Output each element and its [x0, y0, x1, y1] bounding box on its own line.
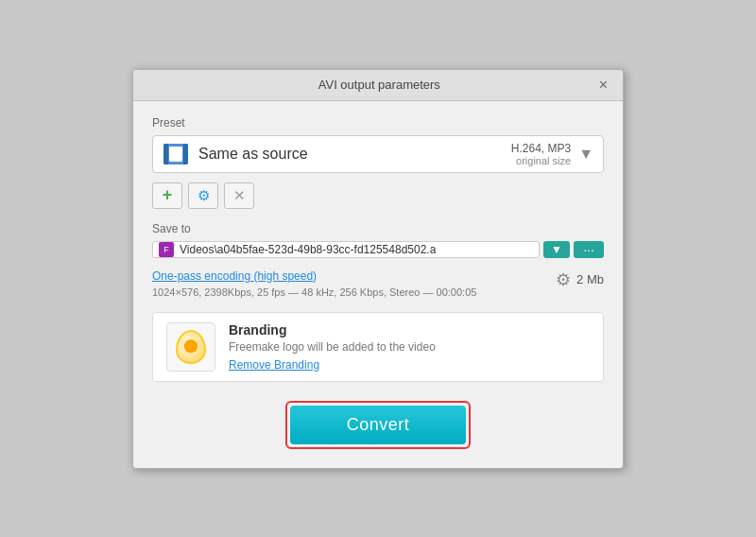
add-preset-button[interactable]: +: [152, 182, 182, 209]
encoding-details: 1024×576, 2398Kbps, 25 fps — 48 kHz, 256…: [152, 286, 476, 298]
save-dropdown-button[interactable]: ▼: [543, 241, 570, 258]
convert-section: Convert: [152, 401, 604, 449]
remove-preset-button[interactable]: ✕: [224, 182, 254, 209]
folder-icon: F: [163, 245, 169, 254]
convert-button-outer: Convert: [285, 401, 472, 449]
encoding-section: One-pass encoding (high speed) 1024×576,…: [152, 269, 604, 299]
save-row: F Videos\a04b5fae-523d-49b8-93cc-fd12554…: [152, 241, 604, 258]
preset-dropdown[interactable]: Same as source H.264, MP3 original size …: [152, 135, 604, 173]
branding-text: Branding Freemake logo will be added to …: [229, 322, 590, 372]
preset-info: H.264, MP3 original size: [511, 142, 571, 166]
preset-toolbar: + ⚙ ✕: [152, 182, 604, 209]
preset-label: Preset: [152, 116, 604, 130]
file-size-label: 2 Mb: [576, 272, 604, 286]
egg-yolk: [184, 339, 198, 353]
save-section: Save to F Videos\a04b5fae-523d-49b8-93cc…: [152, 222, 604, 258]
branding-description: Freemake logo will be added to the video: [229, 340, 590, 354]
dialog-title: AVI output parameters: [163, 78, 595, 92]
save-path-input[interactable]: F Videos\a04b5fae-523d-49b8-93cc-fd12554…: [152, 241, 540, 258]
branding-title: Branding: [229, 322, 590, 338]
gear-icon: ⚙: [198, 187, 210, 204]
save-path-text: Videos\a04b5fae-523d-49b8-93cc-fd125548d…: [180, 243, 436, 256]
film-strip-icon: [163, 144, 188, 165]
branding-logo: [166, 322, 215, 372]
remove-branding-link[interactable]: Remove Branding: [229, 358, 319, 372]
dialog-body: Preset Same as source H.264, MP3 origina…: [133, 101, 623, 468]
branding-section: Branding Freemake logo will be added to …: [152, 312, 604, 382]
cross-icon: ✕: [233, 187, 246, 204]
preset-name: Same as source: [198, 146, 511, 163]
dots-icon: ···: [583, 242, 594, 257]
file-size-icon: ⚙: [556, 269, 571, 290]
freemake-logo-icon: [176, 330, 206, 364]
dropdown-arrow-icon: ▼: [578, 146, 593, 163]
avi-output-dialog: AVI output parameters × Preset Same as s…: [132, 69, 624, 469]
dialog-titlebar: AVI output parameters ×: [133, 70, 623, 101]
encoding-left: One-pass encoding (high speed) 1024×576,…: [152, 269, 476, 299]
chevron-down-icon: ▼: [551, 243, 562, 256]
film-inner: [169, 147, 182, 162]
preset-size: original size: [511, 155, 571, 166]
preset-format: H.264, MP3: [511, 142, 571, 155]
preset-icon: [163, 143, 189, 165]
save-browse-button[interactable]: ···: [574, 241, 604, 258]
close-button[interactable]: ×: [595, 78, 611, 93]
save-label: Save to: [152, 222, 604, 235]
encoding-mode-link[interactable]: One-pass encoding (high speed): [152, 269, 476, 283]
path-icon: F: [159, 242, 174, 257]
settings-button[interactable]: ⚙: [188, 182, 218, 209]
convert-button[interactable]: Convert: [290, 406, 467, 444]
encoding-right: ⚙ 2 Mb: [556, 269, 604, 290]
